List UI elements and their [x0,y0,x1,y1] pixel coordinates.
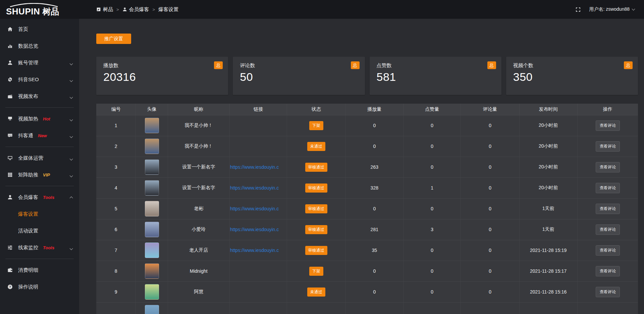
view-comments-button[interactable]: 查看评论 [596,120,620,131]
column-header: 编号 [96,104,136,115]
stat-label: 点赞数 [377,62,494,69]
stat-total-badge: 总 [351,61,360,69]
sidebar-item-label: 首页 [18,26,28,33]
cell-avatar [136,302,168,314]
view-comments-button[interactable]: 查看评论 [596,287,620,297]
cell-plays: 0 [345,136,404,157]
sidebar-item[interactable]: 首页 [0,21,79,38]
sidebar-item[interactable]: 抖客通New [0,127,79,144]
cell-time: 20小时前 [519,177,577,198]
cell-status: 审核通过 [287,219,345,240]
cell-comments: 0 [461,115,519,136]
cell-link: https://www.iesdouyin.c [229,198,287,219]
chevron-down-icon [70,155,72,161]
cell-time: 2021-11-28 15:16 [519,281,577,302]
cell-comments: 0 [461,136,519,157]
promo-settings-button[interactable]: 推广设置 [96,34,131,44]
fullscreen-icon[interactable] [575,7,581,12]
cell-link [229,136,287,157]
cell-link: https://www.iesdouyin.c [229,177,287,198]
status-badge[interactable]: 审核通过 [305,204,327,213]
view-comments-button[interactable]: 查看评论 [596,162,620,172]
stat-total-badge: 总 [487,61,496,69]
cell-likes: 0 [404,281,461,302]
view-comments-button[interactable]: 查看评论 [596,204,620,214]
logo[interactable]: SHUPIN 树品 [0,3,79,16]
svg-text:?: ? [9,285,11,289]
cell-time: 20小时前 [519,136,577,157]
cell-id: 1 [96,115,136,136]
cell-avatar [136,115,168,136]
cell-action: 查看评论 [577,219,638,240]
video-link[interactable]: https://www.iesdouyin.c [230,227,279,232]
table-row: 5老彬https://www.iesdouyin.c审核通过0001天前查看评论 [96,198,638,219]
grid-icon [7,172,13,177]
sidebar-item[interactable]: 账号管理 [0,54,79,71]
view-comments-button[interactable]: 查看评论 [596,141,620,152]
chart-icon [7,43,13,49]
cell-time: 2021-11-28 15:19 [519,240,577,261]
sidebar-item[interactable]: 全媒体运营 [0,150,79,166]
cell-status: 审核通过 [287,240,345,261]
view-comments-button[interactable]: 查看评论 [596,266,620,276]
status-badge[interactable]: 审核通过 [305,184,327,193]
status-badge[interactable]: 审核通过 [305,163,327,172]
cell-comments: 0 [461,177,519,198]
status-badge[interactable]: 审核通过 [305,246,327,255]
column-header: 头像 [136,104,168,115]
cell-likes: 0 [404,240,461,261]
video-link[interactable]: https://www.iesdouyin.c [230,185,279,191]
cell-comments: 0 [461,219,519,240]
cell-plays: 0 [345,281,404,302]
status-badge[interactable]: 未通过 [307,142,325,151]
video-link[interactable]: https://www.iesdouyin.c [230,164,279,170]
sidebar-subitem[interactable]: 爆客设置 [0,206,79,222]
sidebar-item-label: 账号管理 [18,60,38,66]
status-badge[interactable]: 下架 [309,121,323,130]
cell-plays: 263 [345,157,404,177]
sidebar-item[interactable]: 视频发布 [0,88,79,105]
cell-avatar [136,261,168,281]
column-header: 状态 [287,104,345,115]
sidebar-item[interactable]: 抖音SEO [0,71,79,88]
cell-time: 20小时前 [519,115,577,136]
breadcrumb-item[interactable]: 会员爆客 [122,6,149,13]
chevron-down-icon [70,77,72,83]
sidebar-item[interactable]: 消费明细 [0,262,79,278]
cell-action: 查看评论 [577,157,638,177]
view-comments-button[interactable]: 查看评论 [596,245,620,256]
sidebar-item-label: 矩阵助推 [18,172,38,178]
cell-status: 下架 [287,261,345,281]
status-badge[interactable]: 未通过 [307,287,325,297]
stat-card: 视频个数350总 [506,57,638,95]
view-comments-button[interactable]: 查看评论 [596,183,620,193]
sidebar-item[interactable]: ?操作说明 [0,278,79,295]
stat-card: 播放数20316总 [96,57,228,95]
gear-icon [7,77,13,82]
stat-value: 50 [240,70,358,84]
sidebar-item[interactable]: 数据总览 [0,38,79,54]
stat-label: 播放数 [103,62,221,69]
user-icon [7,195,13,200]
video-link[interactable]: https://www.iesdouyin.c [230,248,279,253]
sidebar-item[interactable]: 矩阵助推VIP [0,166,79,183]
username-dropdown[interactable]: 用户名: zswodun88 [589,6,635,12]
sidebar-item[interactable]: 视频加热Hot [0,110,79,127]
data-table: 编号头像昵称链接状态播放量点赞量评论量发布时间操作 1我不是小帅！下架00020… [96,104,638,314]
table-row: 8Midnight下架0002021-11-28 15:17查看评论 [96,261,638,281]
cell-id: 7 [96,240,136,261]
sidebar-item[interactable]: 会员爆客Tools [0,189,79,206]
status-badge[interactable]: 下架 [309,267,323,276]
breadcrumb-label: 爆客设置 [158,6,178,13]
status-badge[interactable]: 审核通过 [305,225,327,234]
sidebar-subitem[interactable]: 活动设置 [0,222,79,239]
cell-nickname [168,302,229,314]
sidebar-item-label: 消费明细 [18,267,38,273]
cell-nickname: 我不是小帅！ [168,115,229,136]
column-header: 播放量 [345,104,404,115]
cell-action: 查看评论 [577,198,638,219]
breadcrumb-item[interactable]: 树品 [96,6,113,13]
sidebar-item[interactable]: 线索监控Tools [0,239,79,256]
video-link[interactable]: https://www.iesdouyin.c [230,206,279,211]
view-comments-button[interactable]: 查看评论 [596,224,620,235]
